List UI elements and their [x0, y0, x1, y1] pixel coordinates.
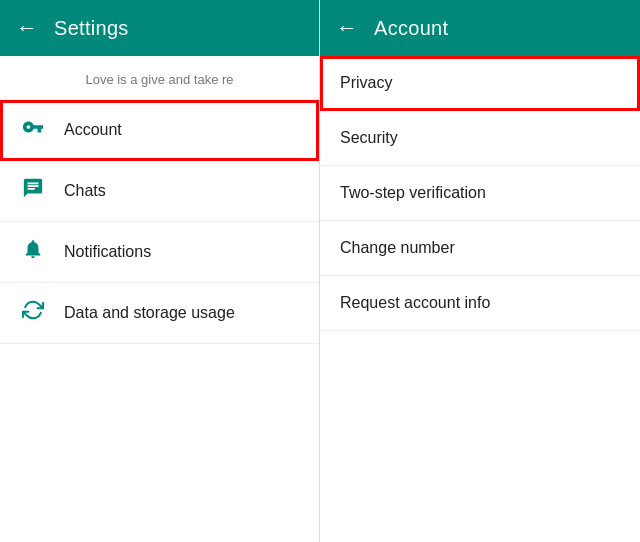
account-back-button[interactable]: ←: [336, 15, 358, 41]
sidebar-item-chats[interactable]: Chats: [0, 161, 319, 222]
two-step-label: Two-step verification: [340, 184, 486, 202]
bell-icon: [20, 238, 46, 266]
settings-panel: ← Settings Love is a give and take re Ac…: [0, 0, 320, 542]
profile-text: Love is a give and take re: [85, 72, 233, 87]
account-panel: ← Account Privacy Security Two-step veri…: [320, 0, 640, 542]
settings-title: Settings: [54, 17, 129, 40]
storage-icon: [20, 299, 46, 327]
storage-label: Data and storage usage: [64, 304, 235, 322]
profile-status: Love is a give and take re: [0, 56, 319, 100]
sidebar-item-notifications[interactable]: Notifications: [0, 222, 319, 283]
key-icon: [20, 116, 46, 144]
account-menu-two-step[interactable]: Two-step verification: [320, 166, 640, 221]
account-title: Account: [374, 17, 448, 40]
account-menu-privacy[interactable]: Privacy: [320, 56, 640, 111]
app-container: ← Settings Love is a give and take re Ac…: [0, 0, 640, 542]
change-number-label: Change number: [340, 239, 455, 257]
settings-header: ← Settings: [0, 0, 319, 56]
account-label: Account: [64, 121, 122, 139]
security-label: Security: [340, 129, 398, 147]
account-menu-request-info[interactable]: Request account info: [320, 276, 640, 331]
request-info-label: Request account info: [340, 294, 490, 312]
notifications-label: Notifications: [64, 243, 151, 261]
privacy-label: Privacy: [340, 74, 392, 92]
chats-label: Chats: [64, 182, 106, 200]
chat-icon: [20, 177, 46, 205]
account-menu-list: Privacy Security Two-step verification C…: [320, 56, 640, 542]
account-menu-security[interactable]: Security: [320, 111, 640, 166]
sidebar-item-storage[interactable]: Data and storage usage: [0, 283, 319, 344]
account-header: ← Account: [320, 0, 640, 56]
settings-list: Account Chats Notifications: [0, 100, 319, 542]
account-menu-change-number[interactable]: Change number: [320, 221, 640, 276]
settings-back-button[interactable]: ←: [16, 15, 38, 41]
sidebar-item-account[interactable]: Account: [0, 100, 319, 161]
